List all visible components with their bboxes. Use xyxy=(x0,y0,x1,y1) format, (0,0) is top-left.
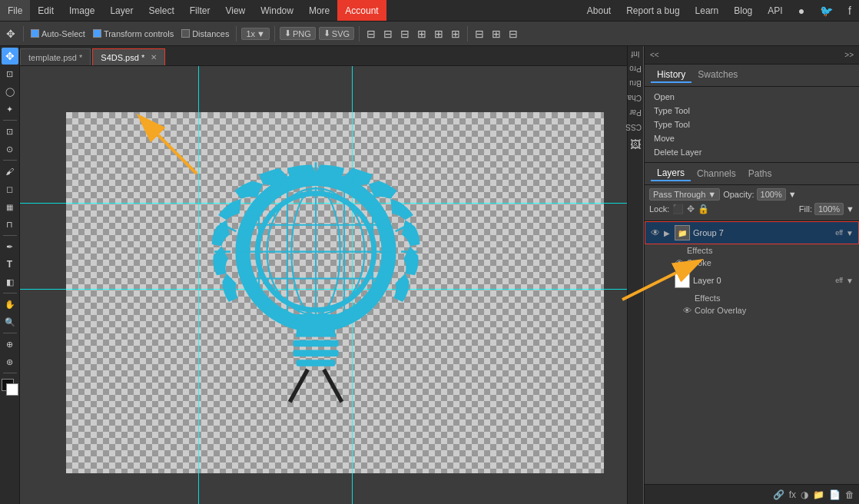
tab-paths[interactable]: Paths xyxy=(742,167,778,181)
layer-0-visibility[interactable]: 👁 xyxy=(650,275,661,286)
transform-controls-checkbox[interactable]: Transform controls xyxy=(91,29,176,38)
lasso-tool[interactable]: ◯ xyxy=(2,83,18,100)
menu-more[interactable]: More xyxy=(301,0,337,21)
menu-window[interactable]: Window xyxy=(253,0,301,21)
align-top-btn[interactable]: ⊞ xyxy=(415,28,429,40)
link-layers-btn[interactable]: 🔗 xyxy=(773,489,784,500)
layer-group7-arrow[interactable]: ▼ xyxy=(846,229,854,237)
distances-checkbox[interactable]: Distances xyxy=(179,29,231,38)
export-svg-btn[interactable]: ⬇ SVG xyxy=(319,27,354,40)
layer-group7-expand[interactable]: ▶ xyxy=(664,229,672,237)
side-strip-css[interactable]: CSS xyxy=(628,121,643,134)
menu-account[interactable]: Account xyxy=(337,0,386,21)
menu-edit[interactable]: Edit xyxy=(30,0,61,21)
align-left-btn[interactable]: ⊟ xyxy=(364,28,378,40)
layer-group7-visibility[interactable]: 👁 xyxy=(650,227,661,238)
layer-0-arrow[interactable]: ▼ xyxy=(846,277,854,285)
twitter-icon[interactable]: 🐦 xyxy=(812,5,841,17)
menu-filter[interactable]: Filter xyxy=(182,0,218,21)
align-bottom-btn[interactable]: ⊞ xyxy=(449,28,463,40)
side-strip-bru[interactable]: Bru xyxy=(628,77,643,90)
layer-0-color-overlay[interactable]: 👁 Color Overlay xyxy=(645,304,859,317)
align-right-btn[interactable]: ⊟ xyxy=(398,28,412,40)
tab-template-psd[interactable]: template.psd * xyxy=(20,48,91,65)
text-tool[interactable]: T xyxy=(2,256,18,273)
layer-stroke-visibility[interactable]: 👁 xyxy=(675,258,684,267)
lock-position-icon[interactable]: ✥ xyxy=(687,204,695,214)
brush-tool[interactable]: 🖌 xyxy=(2,163,18,180)
layer-group-7[interactable]: 👁 ▶ 📁 Group 7 eff ▼ xyxy=(645,221,859,244)
clone-tool[interactable]: ⊕ xyxy=(2,336,18,353)
distribute-gap-btn[interactable]: ⊟ xyxy=(506,28,520,40)
distribute-v-btn[interactable]: ⊞ xyxy=(489,28,503,40)
menu-about[interactable]: About xyxy=(579,5,619,16)
move-tool[interactable]: ✥ xyxy=(2,48,18,65)
panel-collapse-right[interactable]: >> xyxy=(842,51,856,59)
menu-view[interactable]: View xyxy=(217,0,253,21)
blend-mode-dropdown[interactable]: Pass Through ▼ xyxy=(649,188,720,201)
tab-s4ds-psd[interactable]: S4DS.psd * ✕ xyxy=(92,48,165,65)
history-delete-layer[interactable]: Delete Layer xyxy=(645,145,859,159)
panel-collapse-left[interactable]: << xyxy=(648,51,662,59)
layer-0-effects[interactable]: 👁 Effects xyxy=(645,292,859,304)
layer-0-overlay-visibility[interactable]: 👁 xyxy=(683,306,692,315)
menu-learn[interactable]: Learn xyxy=(688,5,727,16)
side-strip-inf[interactable]: Inf xyxy=(628,48,643,61)
side-strip-image-icon[interactable]: 🖼 xyxy=(628,138,643,151)
layer-0-effects-visibility[interactable]: 👁 xyxy=(683,293,692,303)
layer-effects-btn[interactable]: fx xyxy=(789,489,796,500)
tab-channels[interactable]: Channels xyxy=(691,167,742,181)
menu-file[interactable]: File xyxy=(0,0,30,21)
shape-tool[interactable]: ◧ xyxy=(2,274,18,290)
move-tool-icon[interactable]: ✥ xyxy=(3,28,18,40)
menu-select[interactable]: Select xyxy=(141,0,181,21)
history-type-tool-1[interactable]: Type Tool xyxy=(645,104,859,118)
reddit-icon[interactable]: ● xyxy=(791,5,812,17)
layer-group7-stroke[interactable]: 👁 Stroke xyxy=(645,257,859,269)
opacity-arrow[interactable]: ▼ xyxy=(788,190,797,199)
history-move[interactable]: Move xyxy=(645,131,859,145)
color-picker[interactable] xyxy=(2,379,18,400)
hand-tool[interactable]: ✋ xyxy=(2,296,18,313)
fill-value[interactable]: 100% xyxy=(814,203,844,215)
lock-all-icon[interactable]: 🔒 xyxy=(698,204,709,214)
menu-blog[interactable]: Blog xyxy=(726,5,760,16)
facebook-icon[interactable]: f xyxy=(841,5,859,17)
select-tool[interactable]: ⊡ xyxy=(2,65,18,82)
tab-swatches[interactable]: Swatches xyxy=(692,68,744,83)
fill-arrow[interactable]: ▼ xyxy=(846,204,854,214)
new-group-btn[interactable]: 📁 xyxy=(813,489,824,500)
layer-group7-effects[interactable]: 👁 Effects xyxy=(645,244,859,257)
delete-layer-btn[interactable]: 🗑 xyxy=(845,489,854,500)
background-color[interactable] xyxy=(6,383,18,396)
side-strip-cha[interactable]: Cha xyxy=(628,91,643,104)
crop-tool[interactable]: ⊡ xyxy=(2,123,18,140)
layer-mask-btn[interactable]: ◑ xyxy=(801,489,808,500)
magic-wand-tool[interactable]: ✦ xyxy=(2,101,18,118)
side-strip-pro[interactable]: Pro xyxy=(628,62,643,75)
menu-report-bug[interactable]: Report a bug xyxy=(619,5,687,16)
history-type-tool-2[interactable]: Type Tool xyxy=(645,118,859,131)
align-center-h-btn[interactable]: ⊟ xyxy=(381,28,395,40)
new-layer-btn[interactable]: 📄 xyxy=(829,489,841,500)
opacity-value[interactable]: 100% xyxy=(757,188,786,201)
pen-tool[interactable]: ✒ xyxy=(2,238,18,255)
gradient-tool[interactable]: ▦ xyxy=(2,198,18,215)
history-open[interactable]: Open xyxy=(645,90,859,104)
tab-history[interactable]: History xyxy=(651,68,692,83)
tab-layers[interactable]: Layers xyxy=(651,166,691,181)
export-png-btn[interactable]: ⬇ PNG xyxy=(280,27,316,40)
menu-layer[interactable]: Layer xyxy=(102,0,141,21)
paint-bucket-tool[interactable]: ⊓ xyxy=(2,216,18,233)
side-strip-par[interactable]: Par xyxy=(628,106,643,119)
zoom-btn[interactable]: 1x ▼ xyxy=(241,28,270,40)
menu-image[interactable]: Image xyxy=(61,0,102,21)
distribute-h-btn[interactable]: ⊟ xyxy=(473,28,486,40)
patch-tool[interactable]: ⊛ xyxy=(2,353,18,370)
canvas-container[interactable] xyxy=(20,66,627,504)
eraser-tool[interactable]: ◻ xyxy=(2,181,18,197)
zoom-tool[interactable]: 🔍 xyxy=(2,313,18,330)
lock-pixels-icon[interactable]: ⬛ xyxy=(672,204,684,214)
layer-0[interactable]: 👁 Layer 0 eff ▼ xyxy=(645,269,859,292)
menu-api[interactable]: API xyxy=(760,5,790,16)
